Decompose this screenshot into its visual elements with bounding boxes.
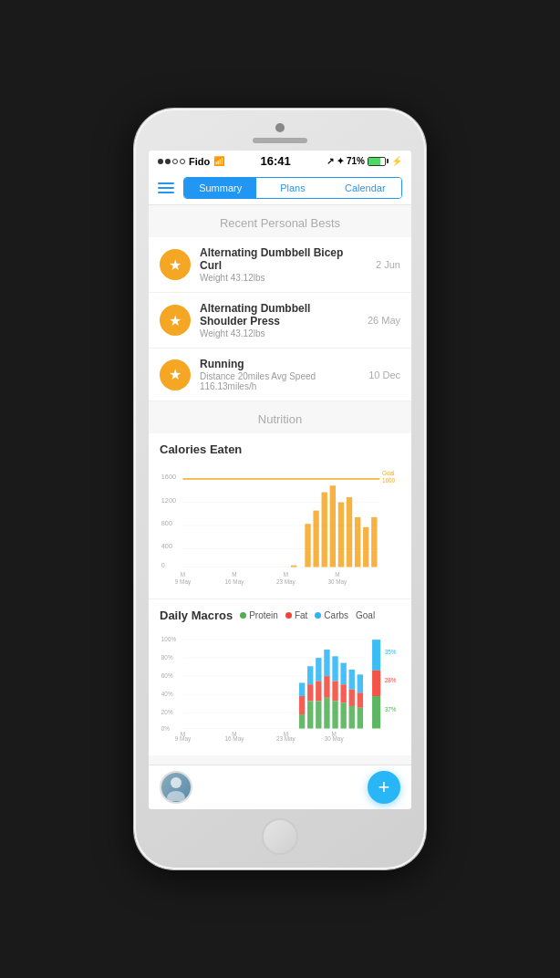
svg-rect-21 (371, 517, 377, 567)
legend-label-fat: Fat (295, 610, 307, 620)
svg-text:M: M (181, 571, 185, 577)
pb-name-1: Alternating Dumbbell Shoulder Press (200, 302, 358, 328)
hamburger-line-1 (158, 182, 174, 184)
calories-chart-title: Calories Eaten (160, 442, 400, 456)
personal-bests-list: ★ Alternating Dumbbell Bicep Curl Weight… (149, 237, 411, 401)
wifi-icon: 📶 (213, 156, 224, 166)
macros-title: Daily Macros (160, 609, 233, 622)
tab-summary[interactable]: Summary (184, 178, 256, 198)
svg-rect-58 (340, 684, 346, 702)
svg-text:16 May: 16 May (225, 735, 245, 743)
macros-chart: 100% 80% 60% 40% 20% 0% (160, 628, 400, 746)
phone-camera (275, 123, 285, 132)
fab-plus-icon: + (379, 775, 390, 799)
tab-calendar[interactable]: Calendar (329, 178, 401, 198)
svg-rect-62 (349, 706, 355, 729)
status-right: ↗ ✦ 71% ⚡ (327, 156, 402, 166)
svg-text:28%: 28% (385, 677, 397, 683)
signal-dots (158, 159, 185, 164)
pb-sub-1: Weight 43.12lbs (200, 328, 358, 338)
svg-rect-46 (307, 684, 313, 701)
battery-pct: 71% (347, 156, 365, 166)
svg-text:800: 800 (161, 519, 172, 527)
status-bar: Fido 📶 16:41 ↗ ✦ 71% ⚡ (149, 151, 411, 172)
svg-rect-12 (291, 566, 296, 567)
svg-text:M: M (284, 571, 288, 577)
star-badge-1: ★ (160, 305, 191, 336)
svg-point-81 (167, 791, 185, 801)
pb-item-0[interactable]: ★ Alternating Dumbbell Bicep Curl Weight… (149, 237, 411, 293)
svg-text:400: 400 (161, 542, 172, 550)
svg-text:23 May: 23 May (276, 578, 296, 586)
pb-date-0: 2 Jun (376, 259, 400, 270)
avatar[interactable] (160, 771, 192, 804)
svg-text:M: M (232, 571, 236, 577)
svg-text:60%: 60% (161, 672, 173, 679)
svg-text:0%: 0% (161, 725, 171, 732)
legend-protein: Protein (240, 610, 278, 620)
hamburger-menu[interactable] (158, 182, 174, 193)
phone-frame: Fido 📶 16:41 ↗ ✦ 71% ⚡ (134, 109, 426, 869)
macros-chart-container: Daily Macros Protein Fat Carbs (149, 599, 411, 755)
pb-info-1: Alternating Dumbbell Shoulder Press Weig… (200, 302, 358, 338)
macros-goal-label: Goal (356, 610, 375, 620)
svg-rect-65 (358, 708, 363, 729)
svg-text:40%: 40% (161, 691, 173, 697)
svg-rect-43 (299, 696, 305, 714)
star-badge-0: ★ (160, 249, 191, 280)
macros-svg: 100% 80% 60% 40% 20% 0% (160, 628, 400, 746)
svg-rect-57 (340, 663, 346, 685)
svg-rect-61 (349, 690, 355, 706)
signal-dot-1 (158, 159, 163, 164)
svg-rect-16 (330, 485, 336, 567)
phone-speaker (253, 138, 307, 143)
macros-header: Daily Macros Protein Fat Carbs (160, 609, 400, 622)
svg-text:M: M (335, 571, 339, 577)
svg-rect-55 (332, 681, 337, 702)
signal-dot-4 (180, 159, 185, 164)
svg-text:37%: 37% (385, 706, 397, 713)
svg-text:30 May: 30 May (327, 578, 347, 586)
pb-item-2[interactable]: ★ Running Distance 20miles Avg Speed 116… (149, 349, 411, 401)
svg-rect-45 (307, 666, 313, 684)
svg-rect-13 (305, 524, 310, 567)
status-time: 16:41 (260, 154, 290, 168)
svg-rect-20 (363, 527, 368, 567)
svg-text:9 May: 9 May (175, 578, 192, 586)
svg-text:9 May: 9 May (175, 735, 192, 743)
pb-item-1[interactable]: ★ Alternating Dumbbell Shoulder Press We… (149, 293, 411, 349)
bluetooth-icon: ✦ (337, 156, 344, 166)
pb-sub-0: Weight 43.12lbs (200, 273, 367, 283)
svg-text:1600: 1600 (161, 473, 176, 481)
phone-screen: Fido 📶 16:41 ↗ ✦ 71% ⚡ (149, 151, 411, 809)
star-badge-2: ★ (160, 359, 191, 390)
pb-name-2: Running (200, 358, 359, 370)
svg-rect-44 (299, 714, 305, 728)
svg-text:35%: 35% (385, 649, 397, 655)
svg-text:0: 0 (161, 561, 165, 569)
svg-rect-56 (332, 701, 337, 728)
svg-rect-51 (324, 650, 329, 676)
pb-date-1: 26 May (368, 315, 400, 326)
svg-rect-15 (322, 493, 327, 567)
svg-rect-63 (358, 674, 363, 692)
svg-rect-17 (338, 503, 344, 567)
battery-fill (368, 158, 380, 165)
svg-text:30 May: 30 May (325, 735, 345, 743)
legend-dot-carbs (315, 612, 321, 619)
svg-rect-42 (299, 682, 305, 696)
fab-add-button[interactable]: + (368, 771, 400, 804)
svg-rect-14 (313, 511, 318, 567)
tab-plans[interactable]: Plans (256, 178, 328, 198)
legend-label-carbs: Carbs (324, 610, 348, 620)
calories-svg: 1600 1200 800 400 0 Goal 1600 (160, 462, 400, 589)
svg-text:1600: 1600 (382, 477, 396, 484)
avatar-svg (162, 774, 190, 801)
calories-chart-container: Calories Eaten 1600 1200 800 400 0 Goal (149, 433, 411, 598)
battery-body (368, 157, 386, 166)
signal-dot-2 (165, 159, 171, 164)
main-content: Recent Personal Bests ★ Alternating Dumb… (149, 205, 411, 809)
legend-label-protein: Protein (249, 610, 278, 620)
svg-rect-59 (340, 702, 346, 728)
home-button[interactable] (262, 818, 298, 855)
